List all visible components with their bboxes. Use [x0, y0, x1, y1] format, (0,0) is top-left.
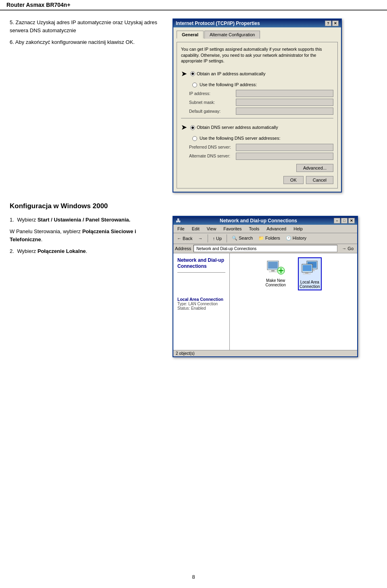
- local-area-label: Local AreaConnection: [300, 280, 320, 289]
- svg-rect-2: [271, 270, 275, 271]
- network-toolbar: ← Back → ↑ Up 🔍 Search 📁 Folders 🕐 Histo…: [173, 233, 357, 244]
- toolbar-back-btn[interactable]: ← Back: [175, 235, 195, 242]
- tcpip-titlebar: Internet Protocol (TCP/IP) Properties ? …: [173, 19, 341, 27]
- alternate-dns-row: Alternate DNS server:: [189, 153, 333, 160]
- svg-rect-12: [303, 265, 312, 271]
- preferred-dns-input[interactable]: [236, 144, 333, 151]
- section-tcp-ip: 5. Zaznacz Uzyskaj adres IP automatyczni…: [10, 19, 377, 193]
- step1-text: 1. Wybierz Start / Ustawienia / Panel St…: [10, 216, 163, 224]
- radio-manual-ip[interactable]: [192, 83, 197, 87]
- arrow-ip-auto: ➤: [181, 68, 187, 80]
- radio-manual-dns-row: Use the following DNS server addresses:: [181, 135, 333, 142]
- menu-advanced[interactable]: Advanced: [264, 226, 289, 232]
- address-go-btn[interactable]: → Go: [340, 245, 356, 252]
- toolbar-search-btn[interactable]: 🔍 Search: [230, 234, 255, 242]
- radio-manual-dns[interactable]: [192, 136, 197, 141]
- step2-text: W Panelu Sterowania, wybierz Połączenia …: [10, 228, 163, 243]
- ip-input[interactable]: [236, 90, 333, 97]
- toolbar-sep1: [208, 234, 208, 242]
- section-win2k: 1. Wybierz Start / Ustawienia / Panel St…: [10, 216, 377, 357]
- tcpip-dialog: Internet Protocol (TCP/IP) Properties ? …: [173, 19, 342, 193]
- menu-file[interactable]: File: [175, 226, 187, 232]
- network-left-title: Network and Dial-up Connections: [177, 257, 225, 270]
- network-right-panel: Make NewConnection: [230, 253, 357, 350]
- alternate-dns-input[interactable]: [236, 153, 333, 160]
- radio-auto-ip[interactable]: [190, 71, 195, 76]
- ip-label: IP address:: [189, 90, 233, 97]
- ok-btn[interactable]: OK: [283, 176, 304, 184]
- step3-number: 2.: [10, 248, 14, 254]
- gateway-input[interactable]: [236, 108, 333, 115]
- tcpip-title: Internet Protocol (TCP/IP) Properties: [176, 21, 260, 26]
- separator1: [181, 118, 333, 118]
- make-connection-label: Make NewConnection: [265, 278, 286, 287]
- tcpip-help-btn[interactable]: ?: [325, 21, 331, 26]
- ip-address-row: IP address:: [189, 90, 333, 97]
- network-minimize-btn[interactable]: –: [334, 218, 340, 224]
- menu-edit[interactable]: Edit: [189, 226, 202, 232]
- local-area-conn-label: Local Area Connection: [177, 297, 225, 302]
- network-left-panel: Network and Dial-up Connections Local Ar…: [173, 253, 230, 350]
- tcpip-title-buttons: ? ✕: [325, 21, 339, 26]
- step5-number: 5.: [10, 19, 14, 25]
- toolbar-sep2: [227, 234, 227, 242]
- network-menubar: File Edit View Favorites Tools Advanced …: [173, 225, 357, 233]
- subnet-input[interactable]: [236, 99, 333, 106]
- menu-favorites[interactable]: Favorites: [221, 226, 244, 232]
- toolbar-up-btn[interactable]: ↑ Up: [211, 235, 224, 242]
- statusbar-text: 2 object(s): [176, 351, 195, 356]
- toolbar-forward-btn[interactable]: →: [196, 235, 205, 242]
- toolbar-history-btn[interactable]: 🕐 History: [284, 234, 308, 242]
- step3-content: Wybierz Połączenie Lokalne.: [17, 248, 87, 254]
- subnet-row: Subnet mask:: [189, 99, 333, 106]
- tcpip-info-text: You can get IP settings assigned automat…: [181, 46, 333, 64]
- subnet-label: Subnet mask:: [189, 99, 233, 106]
- preferred-dns-row: Preferred DNS server:: [189, 144, 333, 151]
- tcpip-panel: You can get IP settings assigned automat…: [177, 42, 338, 188]
- make-connection-icon-item[interactable]: Make NewConnection: [265, 257, 286, 290]
- network-dialog: 🖧 Network and Dial-up Connections – □ ✕ …: [173, 216, 358, 357]
- arrow-dns-auto: ➤: [181, 122, 187, 133]
- section-text-left: 5. Zaznacz Uzyskaj adres IP automatyczni…: [10, 19, 163, 50]
- radio-auto-dns-label: Obtain DNS server address automatically: [197, 124, 278, 131]
- tcpip-body: General Alternate Configuration You can …: [173, 27, 341, 192]
- tcpip-btn-row: Advanced...: [181, 164, 333, 172]
- network-address-bar: Address Network and Dial-up Connections …: [173, 244, 357, 253]
- tcpip-tabs: General Alternate Configuration: [177, 31, 338, 39]
- menu-tools[interactable]: Tools: [247, 226, 262, 232]
- win2k-heading: Konfiguracja w Windows 2000: [10, 202, 377, 210]
- network-statusbar: 2 object(s): [173, 350, 357, 356]
- tab-alternate[interactable]: Alternate Configuration: [204, 31, 260, 39]
- network-maximize-btn[interactable]: □: [341, 218, 347, 224]
- tcpip-ok-cancel-row: OK Cancel: [181, 176, 333, 184]
- step3-text: 2. Wybierz Połączenie Lokalne.: [10, 247, 163, 255]
- address-label: Address: [175, 246, 191, 251]
- toolbar-folders-btn[interactable]: 📁 Folders: [256, 234, 282, 242]
- network-titlebar: 🖧 Network and Dial-up Connections – □ ✕: [173, 217, 357, 225]
- address-value: Network and Dial-up Connections: [196, 246, 256, 251]
- menu-view[interactable]: View: [204, 226, 219, 232]
- network-icon-grid: Make NewConnection: [234, 257, 353, 290]
- page-content: 5. Zaznacz Uzyskaj adres IP automatyczni…: [0, 10, 387, 375]
- local-area-icon: [300, 259, 319, 278]
- network-close-btn[interactable]: ✕: [348, 218, 355, 224]
- advanced-btn[interactable]: Advanced...: [296, 164, 333, 172]
- cancel-btn[interactable]: Cancel: [306, 176, 333, 184]
- tab-general[interactable]: General: [177, 31, 204, 39]
- menu-help[interactable]: Help: [291, 226, 305, 232]
- svg-rect-1: [268, 262, 278, 269]
- step1-content: Wybierz Start / Ustawienia / Panel Stero…: [17, 217, 130, 223]
- gateway-row: Default gateway:: [189, 108, 333, 115]
- tcpip-close-btn[interactable]: ✕: [332, 21, 339, 26]
- step5-content: Zaznacz Uzyskaj adres IP automatycznie o…: [10, 19, 157, 33]
- svg-rect-14: [303, 273, 311, 274]
- page-footer: 8: [0, 574, 387, 580]
- step6-text: 6. Aby zakończyć konfigurowanie naciśnij…: [10, 38, 163, 46]
- step6-content: Aby zakończyć konfigurowanie naciśnij kl…: [15, 39, 135, 45]
- local-area-conn-status: Status: Enabled: [177, 306, 225, 311]
- alternate-dns-label: Alternate DNS server:: [189, 153, 233, 159]
- step5-text: 5. Zaznacz Uzyskaj adres IP automatyczni…: [10, 19, 163, 34]
- radio-auto-dns[interactable]: [190, 125, 195, 130]
- address-input[interactable]: Network and Dial-up Connections: [194, 245, 337, 252]
- local-area-icon-item[interactable]: Local AreaConnection: [298, 257, 322, 290]
